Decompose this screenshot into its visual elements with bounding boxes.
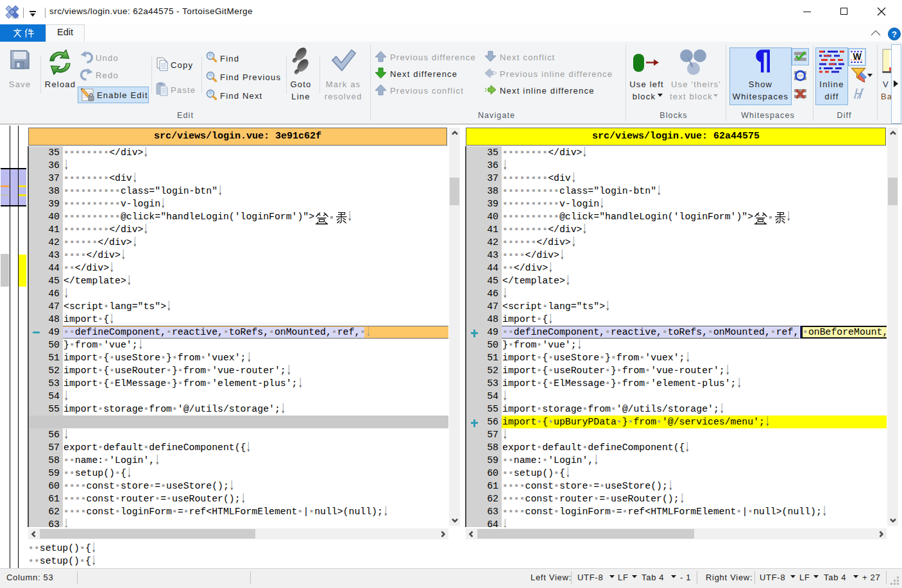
svg-text:W: W xyxy=(853,51,862,62)
svg-text:?: ? xyxy=(892,29,897,39)
